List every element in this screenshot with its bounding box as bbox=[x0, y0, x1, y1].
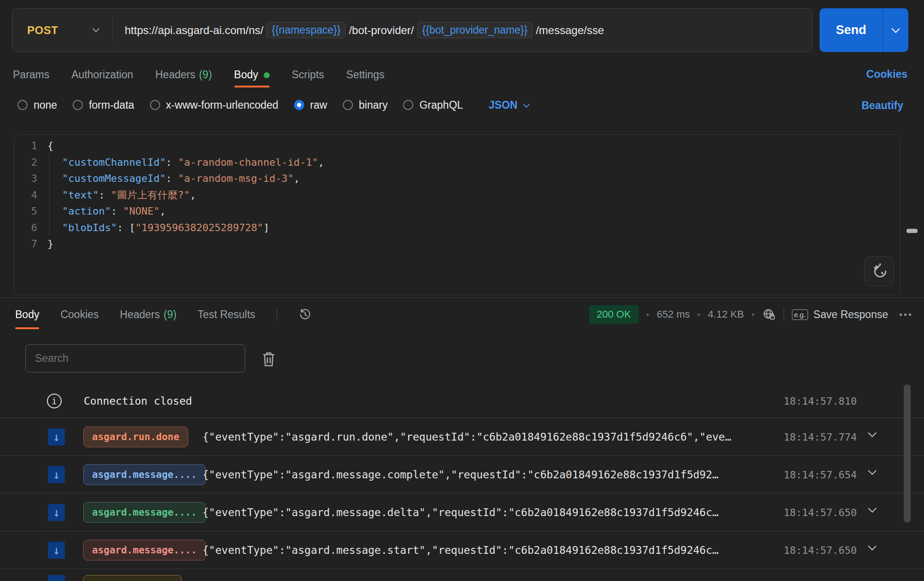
search-input[interactable] bbox=[25, 344, 245, 372]
line-number: 4 bbox=[14, 187, 37, 203]
cookies-link[interactable]: Cookies bbox=[866, 68, 907, 81]
event-payload-preview: {"eventType":"asgard.run.done","requestI… bbox=[202, 431, 731, 443]
tab-cookies[interactable]: Cookies bbox=[60, 308, 98, 321]
radio-button-icon bbox=[73, 100, 83, 110]
code-token: "text" bbox=[62, 189, 98, 201]
tab-label: Body bbox=[15, 308, 39, 320]
body-type-raw[interactable]: raw bbox=[294, 99, 327, 111]
tab-scripts[interactable]: Scripts bbox=[292, 69, 324, 81]
url-text-segment: /bot-provider/ bbox=[349, 24, 414, 37]
url-input[interactable]: https://api.asgard-ai.com/ns/{{namespace… bbox=[113, 22, 812, 38]
body-type-binary[interactable]: binary bbox=[343, 99, 388, 111]
code-line-content: "action": "NONE", bbox=[47, 203, 166, 220]
tab-label: Test Results bbox=[198, 308, 255, 320]
trash-icon[interactable] bbox=[260, 350, 277, 370]
event-row[interactable]: ↓asgard.message....{"eventType":"asgard.… bbox=[0, 531, 924, 569]
response-scrollbar[interactable] bbox=[904, 384, 911, 523]
line-number: 5 bbox=[14, 203, 37, 220]
ai-assistant-button[interactable] bbox=[864, 256, 894, 286]
history-icon[interactable] bbox=[298, 308, 312, 321]
tab-body[interactable]: Body bbox=[15, 308, 39, 321]
api-client-window: POST https://api.asgard-ai.com/ns/{{name… bbox=[0, 0, 924, 581]
dot-separator bbox=[752, 314, 754, 316]
method-selector[interactable]: POST bbox=[12, 9, 112, 52]
tab-settings[interactable]: Settings bbox=[346, 69, 384, 81]
radio-label: form-data bbox=[89, 99, 134, 111]
send-button-label[interactable]: Send bbox=[820, 8, 883, 52]
code-line-content: "customChannelId": "a-random-channel-id-… bbox=[47, 154, 324, 171]
language-select-value: JSON bbox=[489, 99, 518, 111]
event-type-badge: asgard.message.... bbox=[83, 464, 206, 485]
editor-scrollbar-thumb[interactable] bbox=[907, 229, 918, 233]
language-select[interactable]: JSON bbox=[489, 99, 529, 111]
more-options-button[interactable] bbox=[900, 314, 911, 316]
save-response-button[interactable]: e.g. Save Response bbox=[792, 308, 888, 321]
dot-separator bbox=[698, 314, 700, 316]
tab-authorization[interactable]: Authorization bbox=[71, 69, 133, 81]
code-token: "blobIds" bbox=[62, 222, 117, 233]
request-url-bar[interactable]: POST https://api.asgard-ai.com/ns/{{name… bbox=[12, 8, 813, 52]
url-variable-chip: {{namespace}} bbox=[266, 22, 346, 38]
chevron-down-icon[interactable] bbox=[868, 542, 876, 550]
arrow-down-icon: ↓ bbox=[48, 466, 65, 483]
tab-label: Settings bbox=[346, 69, 384, 81]
chevron-down-icon bbox=[523, 101, 530, 108]
event-row[interactable]: ↓asgard.message....{"eventType":"asgard.… bbox=[0, 455, 924, 493]
code-token: "NONE" bbox=[123, 205, 159, 217]
tab-label: Body bbox=[234, 69, 258, 81]
event-timestamp: 18:14:57.810 bbox=[784, 395, 857, 407]
event-payload-preview: {"eventType":"asgard.message.start","req… bbox=[202, 544, 719, 556]
event-row[interactable]: ↓asgard.message....{"eventType":"asgard.… bbox=[0, 493, 924, 531]
chevron-down-icon[interactable] bbox=[868, 504, 876, 512]
code-token: "customChannelId" bbox=[62, 157, 166, 168]
code-line: 7} bbox=[14, 236, 900, 252]
connection-message: Connection closed bbox=[84, 395, 192, 407]
event-timestamp: 18:14:57.650 bbox=[784, 544, 857, 556]
response-time: 652 ms bbox=[657, 308, 690, 320]
chevron-down-icon[interactable] bbox=[868, 466, 876, 475]
radio-label: raw bbox=[310, 99, 327, 111]
tab-body[interactable]: Body bbox=[234, 69, 270, 81]
tab-test-results[interactable]: Test Results bbox=[198, 308, 255, 321]
event-row-partial[interactable]: ↓ bbox=[0, 569, 924, 581]
arrow-down-icon: ↓ bbox=[48, 575, 65, 581]
method-label: POST bbox=[27, 24, 58, 37]
divider bbox=[784, 308, 784, 321]
radio-button-icon bbox=[403, 100, 413, 110]
connection-row[interactable]: iConnection closed18:14:57.810 bbox=[0, 384, 924, 418]
indent-guide bbox=[49, 154, 50, 236]
globe-lock-icon[interactable] bbox=[762, 308, 776, 321]
body-type-none[interactable]: none bbox=[17, 99, 57, 111]
send-options-button[interactable] bbox=[883, 8, 908, 52]
event-row[interactable]: ↓asgard.run.done{"eventType":"asgard.run… bbox=[0, 418, 924, 455]
code-line-content: { bbox=[47, 138, 53, 154]
beautify-link[interactable]: Beautify bbox=[861, 99, 903, 112]
tab-params[interactable]: Params bbox=[13, 69, 49, 81]
event-type-badge bbox=[83, 575, 182, 581]
divider bbox=[277, 308, 277, 321]
request-body-editor[interactable]: 1{2"customChannelId": "a-random-channel-… bbox=[14, 134, 901, 295]
body-type-graphql[interactable]: GraphQL bbox=[403, 99, 463, 111]
radio-label: none bbox=[34, 99, 57, 111]
tab-headers[interactable]: Headers(9) bbox=[120, 308, 177, 321]
chevron-down-icon bbox=[891, 24, 900, 33]
body-type-form-data[interactable]: form-data bbox=[73, 99, 134, 111]
line-number: 6 bbox=[14, 220, 37, 236]
unsaved-dot-icon bbox=[264, 72, 270, 78]
request-tabs: ParamsAuthorizationHeaders(9)BodyScripts… bbox=[13, 67, 384, 82]
event-timestamp: 18:14:57.650 bbox=[784, 506, 857, 518]
code-token: : bbox=[111, 205, 123, 217]
body-type-x-www-form-urlencoded[interactable]: x-www-form-urlencoded bbox=[150, 99, 278, 111]
send-button[interactable]: Send bbox=[820, 8, 908, 52]
radio-button-icon bbox=[17, 100, 28, 110]
code-token: , bbox=[160, 205, 166, 217]
code-token: ] bbox=[263, 222, 269, 233]
event-timestamp: 18:14:57.774 bbox=[784, 431, 857, 442]
response-meta: 200 OK 652 ms 4.12 KB e.g. Save Response bbox=[589, 305, 911, 324]
radio-label: GraphQL bbox=[419, 99, 463, 111]
chevron-down-icon[interactable] bbox=[868, 429, 876, 437]
event-payload-preview: {"eventType":"asgard.message.delta","req… bbox=[202, 506, 719, 518]
code-line: 6"blobIds": ["1939596382025289728"] bbox=[14, 220, 900, 236]
tab-label: Authorization bbox=[71, 69, 133, 81]
tab-headers[interactable]: Headers(9) bbox=[156, 69, 212, 81]
